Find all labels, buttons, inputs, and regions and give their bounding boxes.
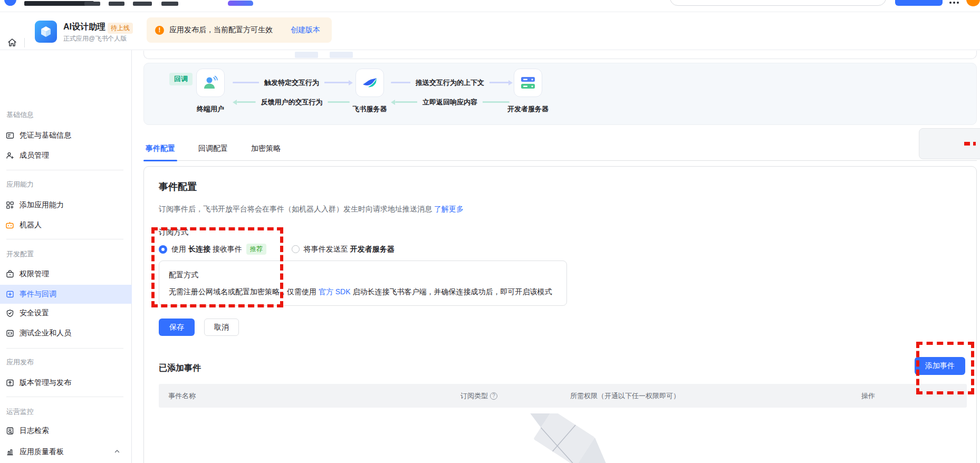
main-content: 回调 终端用户 飞书服务器	[132, 50, 980, 463]
code-brackets-icon	[5, 329, 14, 338]
arrow-head	[391, 100, 395, 105]
topnav-promo-badge[interactable]	[228, 1, 253, 6]
tab-bar: 事件配置 回调配置 加密策略	[143, 139, 977, 161]
user-avatar[interactable]	[966, 0, 980, 6]
top-navigation-bar	[0, 0, 980, 12]
radio-developer-server[interactable]	[292, 245, 300, 253]
add-event-button[interactable]: 添加事件	[915, 357, 965, 375]
sidebar-divider	[6, 170, 123, 170]
app-name: AI设计助理	[63, 22, 105, 33]
callback-badge: 回调	[169, 73, 193, 85]
app-subtitle: 正式应用@飞书个人版	[63, 34, 127, 43]
id-card-icon	[5, 131, 14, 140]
sidebar-item-permissions[interactable]: 权限管理	[0, 265, 132, 284]
arrow-head	[508, 80, 513, 85]
learn-more-link[interactable]: 了解更多	[434, 205, 464, 213]
empty-state-illustration	[508, 413, 624, 463]
topnav-item-cropped[interactable]	[109, 2, 124, 6]
create-version-link[interactable]: 创建版本	[291, 25, 320, 35]
scrolled-content-fragment	[330, 52, 353, 58]
topnav-item-cropped[interactable]	[161, 2, 178, 6]
config-method-title: 配置方式	[169, 271, 557, 280]
arrow-label: 触发特定交互行为	[259, 77, 324, 89]
arrow-label: 立即返回响应内容	[417, 97, 483, 108]
event-callback-icon	[5, 290, 14, 299]
scrolled-card-bottom	[143, 51, 977, 59]
config-method-desc: 无需注册公网域名或配置加密策略，仅需使用 官方 SDK 启动长连接飞书客户端，并…	[169, 287, 557, 297]
sidebar-group-release: 应用发布	[6, 358, 34, 367]
form-actions: 保存 取消	[159, 319, 239, 336]
sidebar-divider	[6, 397, 123, 397]
server-stack-icon	[519, 74, 537, 92]
log-search-icon	[5, 427, 14, 436]
sidebar-divider	[6, 348, 123, 349]
scrolled-content-fragment	[295, 52, 318, 58]
sidebar-item-security[interactable]: 安全设置	[0, 304, 132, 323]
event-config-card: 事件配置 订阅事件后，飞书开放平台将会在事件（如机器人入群）发生时向请求地址推送…	[143, 166, 977, 463]
sidebar-group-basic: 基础信息	[6, 110, 34, 120]
topnav-item-cropped[interactable]	[84, 2, 100, 6]
end-user-icon	[201, 74, 219, 92]
col-required-permission: 所需权限（开通以下任一权限即可）	[570, 391, 680, 401]
shield-check-icon	[5, 309, 14, 318]
upload-box-icon	[5, 379, 14, 388]
arrow-head	[349, 80, 353, 85]
col-actions: 操作	[861, 391, 875, 401]
sidebar-group-capability: 应用能力	[6, 180, 34, 189]
tab-encryption-policy[interactable]: 加密策略	[249, 139, 283, 160]
topnav-primary-button[interactable]	[895, 0, 943, 6]
topnav-item-cropped[interactable]	[133, 2, 152, 6]
col-subscribe-type: 订阅类型 ?	[460, 391, 497, 401]
sidebar-group-ops: 运营监控	[6, 407, 34, 417]
cancel-button[interactable]: 取消	[204, 319, 239, 336]
app-header: AI设计助理 待上线 正式应用@飞书个人版 ! 应用发布后，当前配置方可生效 创…	[0, 12, 980, 50]
sidebar-item-add-capability[interactable]: 添加应用能力	[0, 196, 132, 215]
robot-icon	[5, 221, 14, 230]
member-add-icon	[5, 151, 14, 160]
arrow-label: 反馈用户的交互行为	[256, 97, 328, 108]
more-menu-icon[interactable]	[953, 2, 955, 4]
warning-icon: !	[155, 26, 164, 35]
sidebar-item-test-company[interactable]: 测试企业和人员	[0, 324, 132, 343]
platform-title-cropped	[24, 1, 94, 6]
section-description: 订阅事件后，飞书开放平台将会在事件（如机器人入群）发生时向请求地址推送消息 了解…	[159, 205, 464, 214]
sidebar-item-bot[interactable]: 机器人	[0, 216, 132, 235]
sidebar-item-credentials[interactable]: 凭证与基础信息	[0, 126, 132, 145]
config-method-box: 配置方式 无需注册公网域名或配置加密策略，仅需使用 官方 SDK 启动长连接飞书…	[159, 261, 567, 306]
publish-notice-banner: ! 应用发布后，当前配置方可生效 创建版本	[147, 17, 332, 43]
sidebar-item-quality-dashboard[interactable]: 应用质量看板	[0, 442, 132, 461]
node-label: 飞书服务器	[333, 104, 407, 114]
node-label: 终端用户	[174, 104, 247, 114]
sidebar: 基础信息 凭证与基础信息 成员管理 应用能力 添加应用能力 机器人 开发配置 权…	[0, 50, 132, 463]
node-label: 开发者服务器	[491, 104, 565, 114]
help-icon[interactable]: ?	[490, 392, 497, 400]
global-search-input[interactable]	[670, 0, 886, 6]
feishu-server-node	[356, 69, 384, 97]
tab-callback-config[interactable]: 回调配置	[196, 139, 230, 160]
save-button[interactable]: 保存	[159, 319, 195, 336]
sidebar-item-events-callbacks[interactable]: 事件与回调	[0, 285, 132, 304]
subscribe-method-options: 使用 长连接 接收事件 推荐 将事件发送至 开发者服务器	[159, 244, 395, 255]
header-divider	[24, 38, 25, 47]
home-icon	[7, 37, 17, 48]
added-events-title: 已添加事件	[159, 363, 201, 374]
platform-logo-icon[interactable]	[4, 0, 16, 6]
grid-plus-icon	[5, 201, 14, 210]
col-event-name: 事件名称	[168, 391, 196, 401]
tab-event-config[interactable]: 事件配置	[143, 139, 177, 160]
sidebar-item-version-release[interactable]: 版本管理与发布	[0, 373, 132, 392]
chevron-up-icon[interactable]	[114, 448, 120, 456]
status-badge: 待上线	[108, 23, 133, 34]
radio-long-connection[interactable]	[159, 245, 167, 254]
more-menu-icon[interactable]	[957, 2, 959, 4]
official-sdk-link[interactable]: 官方 SDK	[319, 287, 351, 296]
sidebar-group-dev-config: 开发配置	[6, 249, 34, 259]
sidebar-item-log-search[interactable]: 日志检索	[0, 421, 132, 440]
events-table-header: 事件名称 订阅类型 ? 所需权限（开通以下任一权限即可） 操作	[159, 384, 967, 408]
arrow-head	[233, 100, 237, 105]
sidebar-item-members[interactable]: 成员管理	[0, 146, 132, 165]
more-menu-icon[interactable]	[949, 2, 952, 4]
home-button[interactable]	[5, 36, 19, 50]
briefcase-lock-icon	[5, 270, 14, 279]
subscribe-method-label: 订阅方式	[159, 228, 188, 237]
